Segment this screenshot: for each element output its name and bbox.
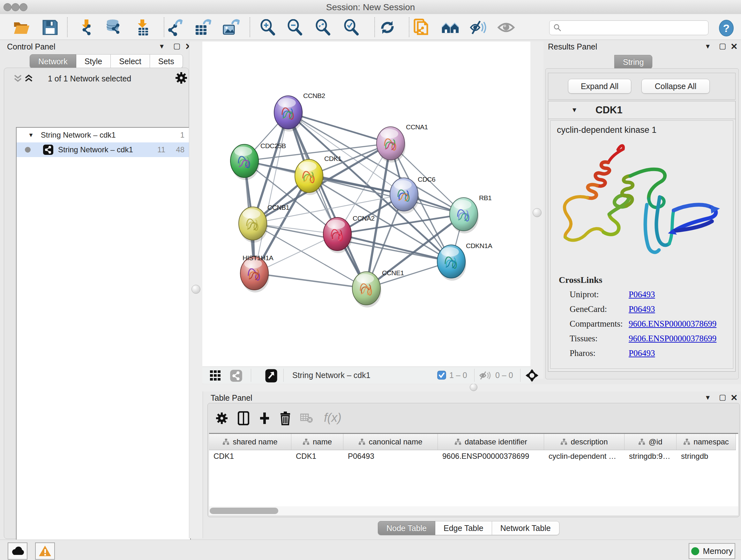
tab-string[interactable]: String	[614, 55, 652, 69]
tab-style[interactable]: Style	[76, 54, 111, 68]
horizontal-splitter-handle[interactable]	[470, 383, 477, 391]
network-canvas[interactable]: CCNB2CCNA1CDC25BCDK1CDC6RB1CCNB1CCNA2CDK…	[202, 42, 530, 367]
column-header-namespac[interactable]: namespac	[677, 434, 736, 450]
gene-entry-header[interactable]: ▼ CDK1	[548, 101, 736, 119]
network-node-CCNA2[interactable]: CCNA2	[323, 214, 375, 253]
search-field[interactable]	[549, 20, 709, 35]
network-collection-row[interactable]: ▼ String Network – cdk1 1	[17, 128, 190, 142]
warnings-button[interactable]	[35, 543, 55, 560]
scrollbar-thumb[interactable]	[210, 508, 278, 514]
show-eye-icon[interactable]	[497, 18, 515, 37]
trash-icon[interactable]	[280, 411, 291, 427]
horizontal-splitter[interactable]	[202, 384, 741, 391]
network-node-CCNE1[interactable]: CCNE1	[352, 269, 404, 307]
import-table-icon[interactable]	[133, 18, 151, 37]
tab-node-table[interactable]: Node Table	[378, 521, 435, 535]
grid-view-icon[interactable]	[210, 370, 221, 381]
tree-expander-icon[interactable]: ▼	[28, 132, 34, 138]
left-splitter[interactable]	[189, 42, 203, 538]
network-share-icon[interactable]	[230, 369, 243, 382]
collapse-all-button[interactable]: Collapse All	[642, 79, 710, 94]
column-header-description[interactable]: description	[544, 434, 624, 450]
table-gear-icon[interactable]	[215, 412, 228, 426]
network-edge[interactable]	[288, 112, 391, 143]
close-panel-icon[interactable]: ✕	[731, 393, 738, 403]
panel-menu-icon[interactable]: ▼	[158, 43, 165, 50]
hidden-eye-slash-icon[interactable]	[479, 371, 491, 380]
memory-button[interactable]: Memory	[689, 543, 735, 559]
table-horizontal-scrollbar[interactable]	[209, 506, 738, 515]
table-cell[interactable]: CDK1	[209, 450, 291, 462]
zoom-selected-icon[interactable]	[343, 18, 360, 37]
network-options-gear-icon[interactable]	[175, 71, 188, 84]
control-panel-title: Control Panel	[7, 42, 55, 51]
tab-network-table[interactable]: Network Table	[492, 521, 559, 535]
float-panel-icon[interactable]: ▢	[173, 42, 181, 51]
float-panel-icon[interactable]: ▢	[719, 393, 726, 401]
crosslink-link[interactable]: P06493	[629, 290, 655, 299]
string-app-icon[interactable]	[413, 18, 431, 37]
network-node-CCNA1[interactable]: CCNA1	[377, 123, 428, 163]
hide-glass-icon[interactable]	[469, 18, 487, 37]
network-node-CDKN1A[interactable]: CDKN1A	[437, 242, 492, 281]
expand-all-chevron-icon[interactable]	[23, 73, 35, 84]
column-header-name[interactable]: name	[291, 434, 343, 450]
network-node-CDC6[interactable]: CDC6	[390, 176, 435, 213]
pan-crosshair-icon[interactable]	[525, 369, 539, 382]
zoom-fit-icon[interactable]	[314, 18, 332, 37]
left-splitter-handle[interactable]	[192, 285, 200, 294]
expand-all-button[interactable]: Expand All	[568, 79, 631, 94]
export-network-icon[interactable]	[167, 18, 185, 37]
network-edge[interactable]	[288, 112, 366, 288]
table-cell[interactable]: 9606.ENSP00000378699	[438, 450, 544, 462]
panel-menu-icon[interactable]: ▼	[704, 43, 711, 50]
table-cell[interactable]: stringdb	[677, 450, 736, 462]
tab-sets[interactable]: Sets	[150, 54, 183, 68]
network-row-selected[interactable]: String Network – cdk1 11 48	[17, 142, 190, 157]
tab-select[interactable]: Select	[111, 54, 150, 68]
column-header-@id[interactable]: @id	[624, 434, 677, 450]
open-session-icon[interactable]	[13, 18, 30, 37]
zoom-out-icon[interactable]	[286, 18, 304, 37]
crosslink-link[interactable]: 9606.ENSP00000378699	[629, 319, 717, 328]
close-panel-icon[interactable]: ✕	[731, 42, 738, 52]
birdseye-arrow-icon[interactable]	[265, 369, 278, 383]
refresh-view-icon[interactable]	[379, 18, 396, 37]
column-header-canonical-name[interactable]: canonical name	[343, 434, 438, 450]
selected-checkbox-icon[interactable]	[437, 371, 446, 380]
tab-edge-table[interactable]: Edge Table	[435, 521, 492, 535]
cloud-button[interactable]	[8, 543, 27, 560]
network-edge[interactable]	[254, 273, 366, 288]
column-header-database-identifier[interactable]: database identifier	[438, 434, 544, 450]
right-splitter[interactable]	[530, 42, 543, 379]
table-cell[interactable]: CDK1	[291, 450, 343, 462]
add-row-icon[interactable]	[259, 411, 270, 427]
table-cell[interactable]: cyclin-dependent …	[544, 450, 624, 462]
import-network-file-icon[interactable]	[77, 18, 95, 37]
network-edge[interactable]	[254, 112, 288, 273]
genemania-icon[interactable]	[441, 18, 459, 37]
import-network-database-icon[interactable]	[105, 18, 122, 37]
export-table-icon[interactable]	[194, 18, 212, 37]
zoom-in-icon[interactable]	[259, 18, 277, 37]
crosslink-link[interactable]: 9606.ENSP00000378699	[629, 334, 717, 343]
columns-icon[interactable]	[238, 411, 249, 427]
crosslink-link[interactable]: P06493	[629, 304, 655, 314]
float-panel-icon[interactable]: ▢	[719, 42, 726, 51]
tab-network[interactable]: Network	[30, 54, 76, 68]
network-node-HIST1H1A[interactable]: HIST1H1A	[240, 254, 273, 293]
collapse-all-chevron-icon[interactable]	[12, 73, 23, 84]
save-session-icon[interactable]	[41, 18, 59, 37]
column-header-shared-name[interactable]: shared name	[209, 434, 291, 450]
table-cell[interactable]: P06493	[343, 450, 438, 462]
network-node-CCNB2[interactable]: CCNB2	[274, 92, 325, 132]
right-splitter-handle[interactable]	[533, 208, 542, 217]
table-cell[interactable]: stringdb:9…	[624, 450, 677, 462]
panel-menu-icon[interactable]: ▼	[704, 394, 711, 401]
search-input[interactable]	[562, 23, 697, 33]
network-node-RB1[interactable]: RB1	[450, 194, 491, 233]
help-button[interactable]: ?	[718, 20, 735, 38]
crosslink-link[interactable]: P06493	[629, 348, 655, 358]
collapse-entry-icon[interactable]: ▼	[571, 106, 578, 114]
export-image-icon[interactable]	[222, 18, 240, 37]
